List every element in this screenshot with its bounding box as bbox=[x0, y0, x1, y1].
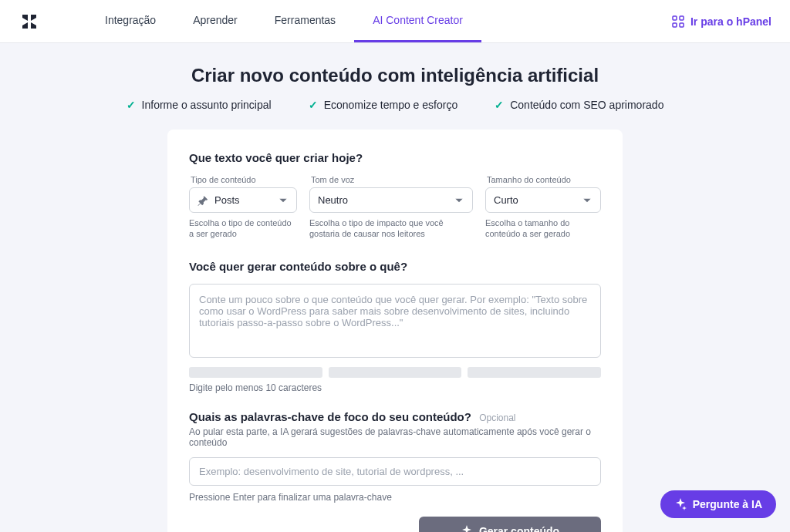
q3-title-text: Quais as palavras-chave de foco do seu c… bbox=[189, 410, 471, 423]
tone-select[interactable]: Neutro bbox=[309, 187, 473, 213]
suggestion-row bbox=[189, 367, 601, 378]
page-title: Criar novo conteúdo com inteligência art… bbox=[0, 65, 790, 86]
length-help: Escolha o tamanho do conteúdo a ser gera… bbox=[485, 217, 601, 240]
nav-learn[interactable]: Aprender bbox=[174, 0, 256, 42]
chevron-down-icon bbox=[278, 195, 289, 206]
length-col: Tamanho do conteúdo Curto Escolha o tama… bbox=[485, 175, 601, 240]
check-icon: ✓ bbox=[309, 99, 318, 111]
char-hint: Digite pelo menos 10 caracteres bbox=[189, 382, 601, 393]
svg-rect-2 bbox=[673, 23, 677, 27]
nav-integration[interactable]: Integração bbox=[86, 0, 174, 42]
pin-icon bbox=[198, 195, 208, 206]
q3-subtitle: Ao pular esta parte, a IA gerará sugestõ… bbox=[189, 426, 601, 448]
content-type-value: Posts bbox=[214, 194, 240, 206]
chevron-down-icon bbox=[454, 195, 464, 206]
suggestion-skeleton bbox=[329, 367, 462, 378]
sparkle-icon bbox=[461, 525, 473, 532]
length-select[interactable]: Curto bbox=[485, 187, 601, 213]
length-value: Curto bbox=[494, 194, 518, 206]
nav-ai-creator[interactable]: AI Content Creator bbox=[354, 0, 481, 42]
check-icon: ✓ bbox=[495, 99, 504, 111]
benefit-1-text: Informe o assunto principal bbox=[142, 99, 272, 111]
tone-value: Neutro bbox=[318, 194, 348, 206]
nav-tools[interactable]: Ferramentas bbox=[256, 0, 354, 42]
tone-label: Tom de voz bbox=[309, 175, 473, 184]
benefits: ✓ Informe o assunto principal ✓ Economiz… bbox=[0, 99, 790, 111]
benefit-2: ✓ Economize tempo e esforço bbox=[309, 99, 458, 111]
suggestion-skeleton bbox=[189, 367, 322, 378]
keywords-input[interactable] bbox=[189, 457, 601, 486]
hpanel-link[interactable]: Ir para o hPanel bbox=[672, 15, 771, 28]
form-card: Que texto você quer criar hoje? Tipo de … bbox=[167, 130, 623, 532]
generate-button-label: Gerar conteúdo bbox=[479, 525, 559, 532]
tone-col: Tom de voz Neutro Escolha o tipo de impa… bbox=[309, 175, 473, 240]
q1-title: Que texto você quer criar hoje? bbox=[189, 151, 601, 164]
check-icon: ✓ bbox=[127, 99, 136, 111]
generate-button[interactable]: Gerar conteúdo bbox=[419, 517, 601, 532]
generate-row: Gerar conteúdo bbox=[189, 517, 601, 532]
nav: Integração Aprender Ferramentas AI Conte… bbox=[86, 0, 481, 42]
svg-rect-0 bbox=[673, 16, 677, 20]
q3-title: Quais as palavras-chave de foco do seu c… bbox=[189, 410, 601, 423]
content-type-col: Tipo de conteúdo Posts Escolha o tipo de… bbox=[189, 175, 297, 240]
ask-ai-label: Pergunte à IA bbox=[693, 498, 762, 510]
chevron-down-icon bbox=[582, 195, 592, 206]
fields-row: Tipo de conteúdo Posts Escolha o tipo de… bbox=[189, 175, 601, 240]
benefit-3-text: Conteúdo com SEO aprimorado bbox=[510, 99, 663, 111]
logo bbox=[19, 11, 40, 32]
content-type-select[interactable]: Posts bbox=[189, 187, 297, 213]
about-textarea[interactable] bbox=[189, 284, 601, 358]
q2-title: Você quer gerar conteúdo sobre o quê? bbox=[189, 260, 601, 273]
q3-optional: Opcional bbox=[479, 412, 515, 423]
content-type-help: Escolha o tipo de conteúdo a ser gerado bbox=[189, 217, 297, 240]
enter-hint: Pressione Enter para finalizar uma palav… bbox=[189, 492, 601, 503]
header: Integração Aprender Ferramentas AI Conte… bbox=[0, 0, 790, 43]
ask-ai-button[interactable]: Pergunte à IA bbox=[660, 490, 776, 518]
benefit-3: ✓ Conteúdo com SEO aprimorado bbox=[495, 99, 663, 111]
benefit-2-text: Economize tempo e esforço bbox=[324, 99, 458, 111]
benefit-1: ✓ Informe o assunto principal bbox=[127, 99, 272, 111]
svg-rect-3 bbox=[680, 23, 684, 27]
hpanel-link-label: Ir para o hPanel bbox=[690, 15, 771, 28]
content-type-label: Tipo de conteúdo bbox=[189, 175, 297, 184]
sparkle-icon bbox=[674, 498, 687, 510]
grid-icon bbox=[672, 15, 684, 28]
tone-help: Escolha o tipo de impacto que você gosta… bbox=[309, 217, 473, 240]
length-label: Tamanho do conteúdo bbox=[485, 175, 601, 184]
suggestion-skeleton bbox=[468, 367, 601, 378]
svg-rect-1 bbox=[680, 16, 684, 20]
